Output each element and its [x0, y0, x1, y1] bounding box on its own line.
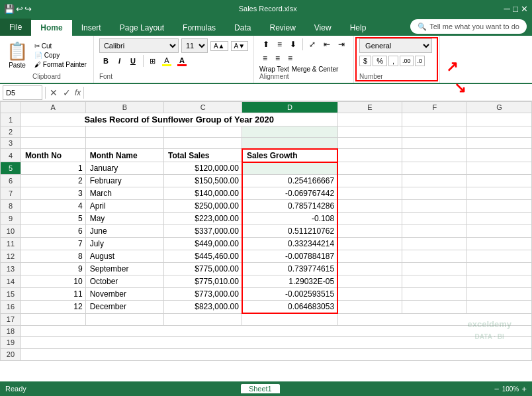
tab-view[interactable]: View	[305, 20, 341, 36]
row-header-17[interactable]: 17	[1, 313, 21, 325]
cell-g3[interactable]	[467, 138, 532, 149]
row-header-12[interactable]: 12	[1, 250, 21, 263]
cell-e9[interactable]	[337, 213, 402, 225]
cell-g8[interactable]	[467, 200, 532, 213]
cell-f8[interactable]	[402, 200, 467, 213]
cell-f12[interactable]	[402, 250, 467, 263]
cell-b3[interactable]	[85, 138, 163, 149]
cell-a2[interactable]	[21, 126, 85, 138]
cell-c3[interactable]	[164, 138, 242, 149]
cell-b8[interactable]: April	[85, 200, 163, 213]
align-middle-button[interactable]: ≡	[274, 38, 285, 50]
cell-b2[interactable]	[85, 126, 163, 138]
cell-a11[interactable]: 7	[21, 238, 85, 250]
row-header-2[interactable]: 2	[1, 126, 21, 138]
underline-button[interactable]: U	[126, 56, 140, 66]
cell-e13[interactable]	[337, 263, 402, 275]
save-qa-button[interactable]: 💾	[4, 4, 15, 14]
file-tab[interactable]: File	[0, 19, 31, 36]
cell-e16[interactable]	[337, 301, 402, 314]
row-header-7[interactable]: 7	[1, 187, 21, 200]
cell-f2[interactable]	[402, 126, 467, 138]
cell-b14[interactable]: October	[85, 275, 163, 288]
align-top-button[interactable]: ⬆	[259, 38, 273, 50]
cut-button[interactable]: ✂ Cut	[32, 42, 89, 50]
cell-b12[interactable]: August	[85, 250, 163, 263]
cell-f1[interactable]	[402, 113, 467, 126]
tab-home[interactable]: Home	[31, 20, 71, 36]
cell-d13[interactable]: 0.739774615	[242, 263, 337, 275]
cell-f14[interactable]	[402, 275, 467, 288]
cell-c12[interactable]: $445,460.00	[164, 250, 242, 263]
cell-d2[interactable]	[242, 126, 337, 138]
cell-g10[interactable]	[467, 225, 532, 238]
copy-button[interactable]: 📄 Copy	[32, 51, 89, 60]
row-header-20[interactable]: 20	[1, 348, 21, 360]
row-header-8[interactable]: 8	[1, 200, 21, 213]
cell-a15[interactable]: 11	[21, 288, 85, 301]
percent-button[interactable]: %	[373, 56, 387, 66]
col-header-f[interactable]: F	[402, 102, 467, 113]
cell-b17[interactable]	[85, 313, 163, 325]
col-header-d[interactable]: D	[242, 102, 337, 113]
cell-c15[interactable]: $773,000.00	[164, 288, 242, 301]
col-header-c[interactable]: C	[164, 102, 242, 113]
row-header-19[interactable]: 19	[1, 336, 21, 348]
cell-e10[interactable]	[337, 225, 402, 238]
cell-f15[interactable]	[402, 288, 467, 301]
cell-a3[interactable]	[21, 138, 85, 149]
cell-c16[interactable]: $823,000.00	[164, 301, 242, 314]
row-header-15[interactable]: 15	[1, 288, 21, 301]
cell-c7[interactable]: $140,000.00	[164, 187, 242, 200]
cell-c11[interactable]: $449,000.00	[164, 238, 242, 250]
cell-c17[interactable]	[164, 313, 242, 325]
cell-c8[interactable]: $250,000.00	[164, 200, 242, 213]
tab-page-layout[interactable]: Page Layout	[111, 20, 173, 36]
cell-b15[interactable]: November	[85, 288, 163, 301]
cell-b9[interactable]: May	[85, 213, 163, 225]
cell-c10[interactable]: $337,000.00	[164, 225, 242, 238]
minimize-button[interactable]: ─	[504, 4, 510, 14]
col-header-e[interactable]: E	[337, 102, 402, 113]
font-name-select[interactable]: Calibri	[99, 38, 179, 53]
cell-g9[interactable]	[467, 213, 532, 225]
cell-g11[interactable]	[467, 238, 532, 250]
row-header-3[interactable]: 3	[1, 138, 21, 149]
cell-d14[interactable]: 1.29032E-05	[242, 275, 337, 288]
cell-f7[interactable]	[402, 187, 467, 200]
tab-help[interactable]: Help	[341, 20, 376, 36]
text-direction-button[interactable]: ⤢	[306, 38, 319, 50]
cell-e5[interactable]	[337, 162, 402, 175]
cancel-formula-button[interactable]: ✕	[48, 87, 59, 98]
cell-b11[interactable]: July	[85, 238, 163, 250]
border-button[interactable]: ⊞	[147, 56, 158, 67]
cell-g15[interactable]	[467, 288, 532, 301]
currency-button[interactable]: $	[359, 56, 371, 66]
number-format-select[interactable]: General	[359, 38, 432, 53]
cell-d9[interactable]: -0.108	[242, 213, 337, 225]
row-header-1[interactable]: 1	[1, 113, 21, 126]
cell-a5[interactable]: 1	[21, 162, 85, 175]
cell-a9[interactable]: 5	[21, 213, 85, 225]
cell-f13[interactable]	[402, 263, 467, 275]
row-header-6[interactable]: 6	[1, 175, 21, 187]
cell-d15[interactable]: -0.002593515	[242, 288, 337, 301]
row-header-14[interactable]: 14	[1, 275, 21, 288]
row-header-9[interactable]: 9	[1, 213, 21, 225]
tab-insert[interactable]: Insert	[72, 20, 111, 36]
tab-formulas[interactable]: Formulas	[173, 20, 225, 36]
cell-d5[interactable]	[242, 162, 337, 175]
cell-b7[interactable]: March	[85, 187, 163, 200]
cell-d7[interactable]: -0.069767442	[242, 187, 337, 200]
cell-e7[interactable]	[337, 187, 402, 200]
align-left-button[interactable]: ≡	[259, 52, 271, 64]
cell-a14[interactable]: 10	[21, 275, 85, 288]
cell-g6[interactable]	[467, 175, 532, 187]
merge-center-button[interactable]: Merge & Center	[292, 66, 339, 73]
italic-button[interactable]: I	[114, 56, 124, 66]
cell-e15[interactable]	[337, 288, 402, 301]
cell-a17[interactable]	[21, 313, 85, 325]
cell-d10[interactable]: 0.511210762	[242, 225, 337, 238]
cell-b13[interactable]: September	[85, 263, 163, 275]
cell-d6[interactable]: 0.254166667	[242, 175, 337, 187]
